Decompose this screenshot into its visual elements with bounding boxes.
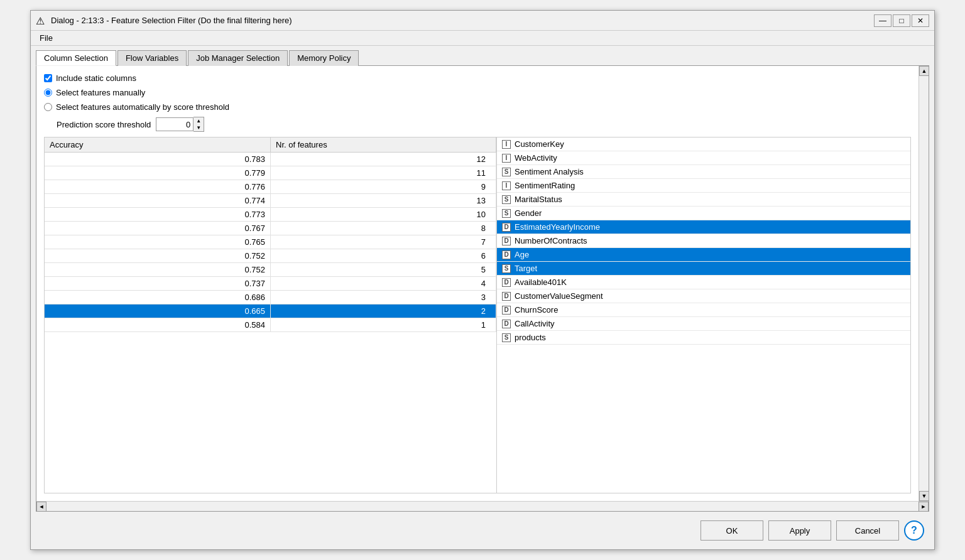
cancel-button[interactable]: Cancel [836, 520, 899, 541]
scroll-down-button[interactable]: ▼ [919, 491, 929, 501]
list-item[interactable]: S Target [497, 262, 910, 276]
col-header-accuracy: Accuracy [45, 137, 271, 152]
list-item[interactable]: D NumberOfContracts [497, 234, 910, 248]
table-row[interactable]: 0.783 12 [45, 153, 496, 166]
radio-manual[interactable] [44, 89, 52, 97]
list-item[interactable]: S Sentiment Analysis [497, 165, 910, 179]
table-row[interactable]: 0.765 7 [45, 235, 496, 249]
cell-features: 10 [271, 208, 496, 221]
bottom-bar: OK Apply Cancel ? [31, 512, 934, 549]
radio-auto-row: Select features automatically by score t… [44, 102, 911, 112]
list-item[interactable]: D CallActivity [497, 317, 910, 331]
menu-file[interactable]: File [36, 32, 57, 44]
content-area: Include static columns Select features m… [36, 65, 929, 512]
cell-features: 8 [271, 222, 496, 235]
type-badge: I [502, 154, 511, 163]
list-item[interactable]: D Available401K [497, 276, 910, 289]
title-bar: ⚠ Dialog - 2:13:3 - Feature Selection Fi… [31, 11, 934, 31]
list-item[interactable]: D ChurnScore [497, 303, 910, 317]
threshold-input[interactable]: 0 [156, 117, 194, 131]
type-badge: S [502, 209, 511, 218]
type-badge: S [502, 264, 511, 273]
cell-accuracy: 0.686 [45, 291, 271, 304]
cell-accuracy: 0.779 [45, 166, 271, 180]
close-button[interactable]: ✕ [912, 14, 929, 27]
cell-features: 9 [271, 180, 496, 193]
list-item[interactable]: D CustomerValueSegment [497, 289, 910, 303]
cell-features: 13 [271, 194, 496, 207]
list-item[interactable]: S MaritalStatus [497, 193, 910, 207]
list-item[interactable]: I SentimentRating [497, 179, 910, 193]
spinner-up-button[interactable]: ▲ [194, 117, 204, 124]
spinner-down-button[interactable]: ▼ [194, 124, 204, 131]
type-badge: D [502, 320, 511, 328]
include-static-checkbox[interactable] [44, 74, 52, 82]
radio-manual-row: Select features manually [44, 88, 911, 97]
ok-button[interactable]: OK [701, 520, 763, 541]
list-item[interactable]: S Gender [497, 207, 910, 220]
radio-auto[interactable] [44, 103, 52, 111]
window-title: Dialog - 2:13:3 - Feature Selection Filt… [51, 16, 874, 25]
help-button[interactable]: ? [904, 520, 924, 541]
table-row[interactable]: 0.737 4 [45, 277, 496, 291]
type-badge: D [502, 223, 511, 232]
horizontal-scrollbar[interactable]: ◄ ► [36, 501, 929, 511]
feature-name: products [515, 333, 546, 342]
feature-name: SentimentRating [515, 181, 575, 190]
menu-bar: File [31, 31, 934, 46]
window-icon: ⚠ [36, 15, 47, 26]
cell-features: 3 [271, 291, 496, 304]
table-row[interactable]: 0.665 2 [45, 304, 496, 318]
table-row[interactable]: 0.752 6 [45, 249, 496, 263]
table-row[interactable]: 0.686 3 [45, 291, 496, 304]
tabs-bar: Column Selection Flow Variables Job Mana… [31, 46, 934, 65]
feature-name: Target [515, 264, 537, 273]
table-row[interactable]: 0.779 11 [45, 166, 496, 180]
cell-accuracy: 0.752 [45, 249, 271, 262]
cell-features: 11 [271, 166, 496, 180]
tab-flow-variables[interactable]: Flow Variables [117, 50, 187, 66]
cell-accuracy: 0.665 [45, 304, 271, 318]
table-body: 0.783 12 0.779 11 0.776 9 0.774 13 0.773… [45, 153, 496, 332]
table-row[interactable]: 0.767 8 [45, 222, 496, 235]
cell-features: 6 [271, 249, 496, 262]
threshold-wrapper: 0 ▲ ▼ [156, 117, 204, 132]
scroll-left-button[interactable]: ◄ [36, 502, 46, 512]
list-item[interactable]: S products [497, 331, 910, 345]
radio-manual-label: Select features manually [56, 88, 145, 97]
cell-accuracy: 0.752 [45, 263, 271, 276]
table-row[interactable]: 0.752 5 [45, 263, 496, 277]
table-row[interactable]: 0.773 10 [45, 208, 496, 222]
scroll-right-button[interactable]: ► [919, 502, 929, 512]
cell-accuracy: 0.765 [45, 235, 271, 249]
feature-name: Age [515, 250, 529, 259]
maximize-button[interactable]: □ [893, 14, 910, 27]
vertical-scrollbar[interactable]: ▲ ▼ [919, 66, 929, 501]
type-badge: D [502, 250, 511, 259]
list-item[interactable]: I CustomerKey [497, 137, 910, 151]
list-item[interactable]: I WebActivity [497, 151, 910, 165]
feature-list-body: I CustomerKey I WebActivity S Sentiment … [497, 137, 910, 345]
threshold-label: Prediction score threshold [57, 120, 151, 129]
type-badge: D [502, 306, 511, 315]
list-item[interactable]: D EstimatedYearlyIncome [497, 220, 910, 234]
table-row[interactable]: 0.774 13 [45, 194, 496, 208]
scroll-up-button[interactable]: ▲ [919, 66, 929, 76]
list-item[interactable]: D Age [497, 248, 910, 262]
minimize-button[interactable]: — [874, 14, 891, 27]
tab-job-manager[interactable]: Job Manager Selection [188, 50, 288, 66]
apply-button[interactable]: Apply [768, 520, 831, 541]
include-static-row: Include static columns [44, 73, 911, 83]
feature-name: MaritalStatus [515, 195, 562, 204]
type-badge: S [502, 333, 511, 342]
feature-name: Available401K [515, 277, 567, 287]
table-row[interactable]: 0.776 9 [45, 180, 496, 194]
table-row[interactable]: 0.584 1 [45, 318, 496, 332]
tab-column-selection[interactable]: Column Selection [36, 50, 116, 66]
tab-memory-policy[interactable]: Memory Policy [289, 50, 359, 66]
right-list: I CustomerKey I WebActivity S Sentiment … [497, 137, 910, 493]
cell-features: 7 [271, 235, 496, 249]
type-badge: D [502, 292, 511, 301]
feature-name: CustomerValueSegment [515, 291, 603, 301]
scroll-track[interactable] [919, 76, 929, 491]
